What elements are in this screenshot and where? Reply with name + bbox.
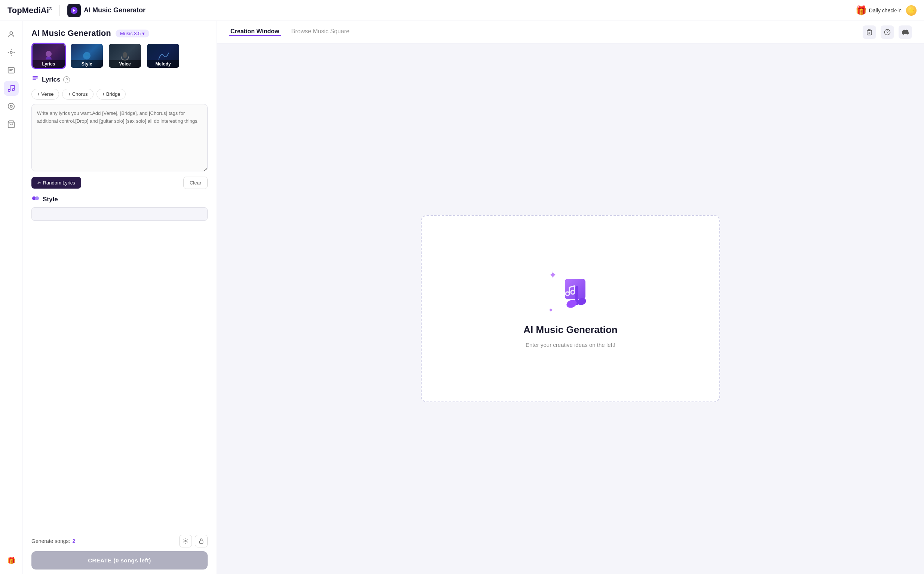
style-tab-label: Style [71,60,103,68]
content-area: ✦ ✦ [217,43,924,574]
svg-point-13 [185,540,186,542]
tab-voice[interactable]: Voice [108,43,142,69]
svg-rect-16 [867,30,872,35]
panel-title: AI Music Generation [31,28,111,38]
lyrics-section-title: Lyrics [42,76,60,84]
coin-icon: ⭐ [906,5,916,16]
generate-songs-row: Generate songs: 2 [31,535,208,547]
lyrics-tab-label: Lyrics [33,60,65,68]
sparkle-top-icon: ✦ [549,270,557,281]
lyrics-section-icon [31,75,39,84]
tab-nav: Creation Window Browse Music Square [229,28,863,36]
svg-point-2 [10,51,13,54]
right-panel: Creation Window Browse Music Square [217,21,924,574]
discord-icon [902,29,909,36]
lyrics-help-btn[interactable]: ? [63,76,70,83]
gear-icon [183,538,189,544]
svg-point-4 [8,90,10,91]
tab-nav-icons [863,25,912,39]
textarea-actions: ✂ Random Lyrics Clear [31,177,208,189]
lock-icon [198,538,204,544]
right-header: Creation Window Browse Music Square [217,21,924,43]
empty-state: ✦ ✦ [421,215,720,402]
verse-btn[interactable]: + Verse [31,89,59,99]
sidebar-item-user[interactable] [4,27,19,42]
random-lyrics-btn[interactable]: ✂ Random Lyrics [31,177,81,189]
tab-browse-music-square[interactable]: Browse Music Square [290,28,351,36]
clipboard-icon [866,29,873,36]
generate-settings [179,535,208,547]
logo-svg [70,6,78,14]
gift-icon: 🎁 [7,557,15,565]
svg-point-5 [12,89,14,91]
main-layout: 🎁 AI Music Generation Music 3.5 ▾ Lyrics [0,21,924,574]
header-right: 🎁 Daily check-in ⭐ [856,5,916,16]
checkin-icon: 🎁 [856,5,867,16]
music-type-tabs: Lyrics Style Voice [22,43,217,75]
svg-point-7 [10,105,13,107]
chevron-down-icon: ▾ [142,31,145,36]
chorus-btn[interactable]: + Chorus [62,89,93,99]
notes-icon-btn[interactable] [863,25,876,39]
tab-melody[interactable]: Melody [146,43,180,69]
help-icon-btn[interactable] [881,25,894,39]
sidebar-item-brush[interactable] [4,45,19,60]
discord-icon-btn[interactable] [899,25,912,39]
style-section: Style [22,195,217,227]
svg-point-6 [8,103,14,110]
sparkle-bottom-icon: ✦ [548,306,554,314]
create-btn[interactable]: CREATE (0 songs left) [31,551,208,569]
panel-header: AI Music Generation Music 3.5 ▾ [22,21,217,43]
app-header: TopMediAi® AI Music Generator 🎁 Daily ch… [0,0,924,21]
sidebar-item-music[interactable] [4,81,19,96]
clear-btn[interactable]: Clear [183,177,208,189]
style-dots-icon [31,195,39,202]
style-title-row: Style [31,195,208,203]
lock-btn[interactable] [195,535,208,547]
question-icon [884,29,891,36]
checkin-label: Daily check-in [869,8,902,13]
bridge-btn[interactable]: + Bridge [96,89,126,99]
sidebar-item-bag[interactable] [4,117,19,132]
settings-btn[interactable] [179,535,192,547]
empty-state-desc: Enter your creative ideas on the left! [526,342,615,348]
sidebar-item-circle[interactable] [4,99,19,114]
svg-rect-14 [199,541,203,543]
left-sidebar: 🎁 [0,21,22,574]
svg-point-12 [35,196,39,200]
voice-tab-label: Voice [109,60,141,68]
empty-state-title: AI Music Generation [523,324,617,336]
generate-label: Generate songs: [31,538,70,544]
panel-bottom: Generate songs: 2 CREATE (0 songs l [22,530,217,574]
svg-rect-10 [123,52,127,58]
daily-checkin-btn[interactable]: 🎁 Daily check-in [856,5,902,16]
tag-buttons: + Verse + Chorus + Bridge [31,89,208,99]
svg-point-8 [46,51,52,57]
logo-text: TopMediAi® [8,6,52,15]
lyrics-textarea[interactable] [31,104,208,171]
music-note-wrapper: ✦ ✦ [544,270,597,318]
svg-point-1 [10,32,13,35]
lyrics-section: Lyrics ? + Verse + Chorus + Bridge ✂ Ran… [22,75,217,195]
style-section-icon [31,195,39,203]
version-text: Music 3.5 [120,31,141,36]
logo-icon [67,4,81,17]
sidebar-gift-btn[interactable]: 🎁 [4,553,19,568]
sidebar-item-list[interactable] [4,63,19,78]
tab-lyrics[interactable]: Lyrics [31,43,66,69]
melody-tab-label: Melody [147,60,179,68]
version-badge[interactable]: Music 3.5 ▾ [116,30,150,38]
lyrics-title-row: Lyrics ? [31,75,208,84]
tab-creation-window[interactable]: Creation Window [229,28,281,36]
style-input-placeholder[interactable] [31,207,208,221]
left-panel: AI Music Generation Music 3.5 ▾ Lyrics [22,21,217,574]
app-title: AI Music Generator [84,6,145,14]
tab-style[interactable]: Style [69,43,104,69]
style-section-title: Style [43,196,58,203]
logo-divider [60,5,60,16]
generate-count: 2 [72,538,76,544]
logo: TopMediAi® AI Music Generator [8,4,145,17]
